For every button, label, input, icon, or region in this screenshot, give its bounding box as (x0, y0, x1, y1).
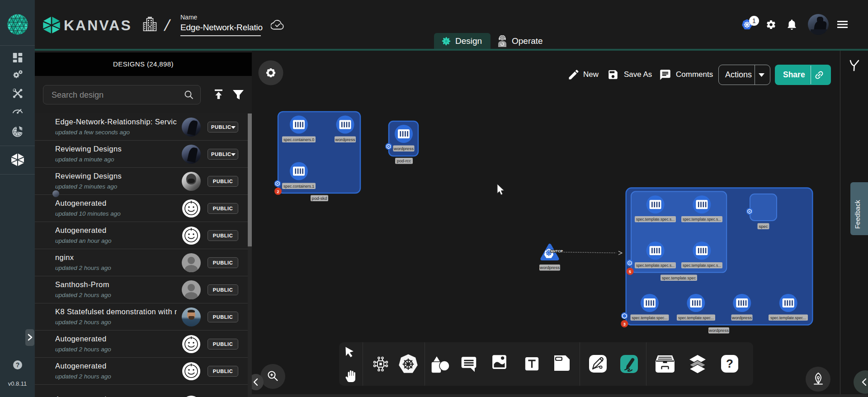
svg-text:spec.template.spec...: spec.template.spec... (678, 315, 714, 320)
svg-text:5: 5 (629, 269, 631, 274)
svg-text:spec.template.spec: spec.template.spec (662, 275, 696, 280)
svg-text:spec.containers.0: spec.containers.0 (283, 137, 314, 142)
svg-text:spec.template.spec.s...: spec.template.spec.s... (683, 217, 721, 222)
svg-text:spec.template.spec...: spec.template.spec... (632, 315, 668, 320)
svg-text:pod-rcc: pod-rcc (397, 158, 411, 163)
svg-text:spec.template.spec.s...: spec.template.spec.s... (636, 263, 675, 268)
svg-text:wordpress: wordpress (708, 328, 729, 333)
svg-text:wordpress: wordpress (393, 146, 414, 151)
svg-text:wordpress: wordpress (335, 137, 355, 142)
svg-text:spec.template.spec.s...: spec.template.spec.s... (636, 217, 675, 222)
svg-text:spec: spec (759, 224, 768, 229)
svg-text:wordpress: wordpress (731, 315, 752, 320)
svg-text:?: ? (726, 357, 733, 370)
svg-text:spec.containers.1: spec.containers.1 (283, 184, 314, 189)
svg-text:pod-skd: pod-skd (312, 196, 327, 201)
svg-text:wordpress: wordpress (539, 265, 560, 270)
svg-text:2: 2 (277, 189, 279, 194)
svg-text:3: 3 (623, 322, 626, 326)
svg-text:spec.template.spec...: spec.template.spec... (770, 315, 806, 320)
svg-text:spec.template.spec.s...: spec.template.spec.s... (683, 263, 721, 268)
svg-text:?: ? (15, 361, 19, 369)
